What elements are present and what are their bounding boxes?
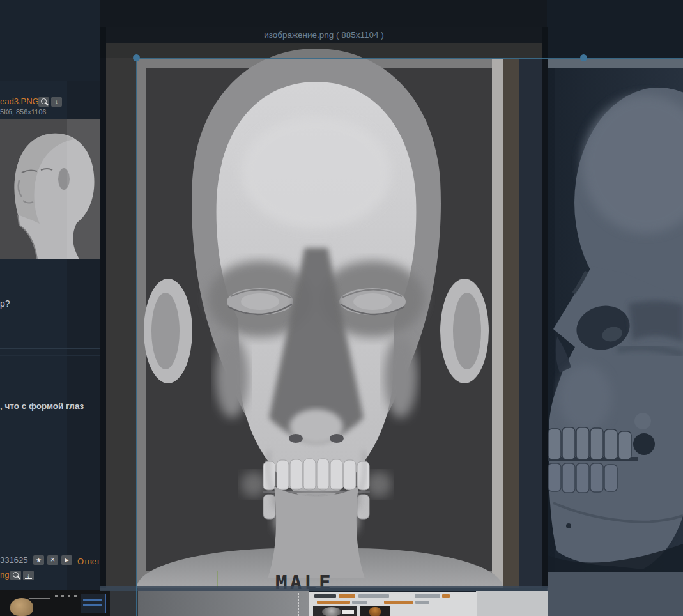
- post-divider: [0, 348, 102, 349]
- micro-sketch-figure: [322, 607, 341, 616]
- replies-link[interactable]: Ответ: [77, 557, 100, 566]
- second-poster-edge: [519, 59, 542, 588]
- modal-right-edge: [542, 27, 548, 588]
- micro-filelink-skeleton: [384, 601, 413, 604]
- toolbar-dot-icon: [68, 595, 70, 597]
- micro-filelink-skeleton: [317, 601, 350, 604]
- download-icon-tray: [53, 105, 60, 106]
- modal-left-edge: [100, 27, 106, 588]
- download-icon-tray: [25, 578, 32, 580]
- wall-stripe: [503, 59, 519, 588]
- toolbar-dot-icon: [61, 595, 64, 597]
- image-viewer-canvas[interactable]: [106, 43, 542, 588]
- favorite-post-button[interactable]: ★: [33, 555, 44, 565]
- selection-top-edge[interactable]: [136, 58, 683, 59]
- micro-filesize-skeleton: [415, 601, 429, 604]
- head-skull-overlay-image: [137, 45, 495, 578]
- skull-photo-top-margin: [547, 59, 683, 68]
- image-viewer-titlebar: изображение.png ( 885x1104 ): [106, 27, 542, 43]
- post-divider: [0, 81, 102, 81]
- toolbar-dot-icon: [74, 595, 77, 597]
- hide-post-button[interactable]: ×: [47, 555, 58, 565]
- guide-line: [217, 571, 218, 588]
- dimmed-page-top: [100, 0, 548, 27]
- reply-text-clip: , что с формой глаз: [0, 400, 103, 412]
- selection-corner-handle[interactable]: [133, 54, 140, 61]
- underlying-page-light-strip: [476, 591, 548, 616]
- micro-thumbnail-sketch[interactable]: [313, 606, 357, 616]
- sculpted-head-threequarter-image: [0, 119, 100, 259]
- previous-post-block: [0, 0, 102, 81]
- ui-text-skeleton: [29, 598, 50, 599]
- search-image-button[interactable]: [38, 97, 49, 107]
- micro-number-skeleton: [415, 594, 440, 598]
- play-icon: ▶: [61, 555, 72, 565]
- toolbar-dot-icon: [55, 595, 58, 597]
- micro-trip-skeleton: [339, 594, 355, 598]
- mini-head-render: [10, 598, 33, 616]
- micro-date-skeleton: [358, 594, 389, 598]
- expanded-skull-image[interactable]: [547, 68, 683, 572]
- thread-divider: [0, 355, 102, 356]
- post-thumbnail-app-screenshot[interactable]: [0, 590, 110, 616]
- marching-ants-selection-edge: [123, 592, 123, 616]
- guide-line: [289, 390, 289, 588]
- close-icon: ×: [47, 555, 58, 565]
- underlying-micro-post: [309, 592, 477, 616]
- modal-bottom-shadow-band: [100, 586, 548, 591]
- download-image-button-2[interactable]: ↓: [23, 571, 34, 580]
- mini-panel: [81, 594, 106, 613]
- post-thumbnail-head[interactable]: [0, 119, 100, 259]
- replies-link-clip: Ответ: [77, 555, 102, 567]
- expand-post-button[interactable]: ▶: [61, 555, 72, 565]
- selection-mid-handle[interactable]: [580, 54, 587, 61]
- micro-number-skeleton: [442, 594, 450, 598]
- page-background-strip: [67, 0, 102, 588]
- marching-ants-selection-edge: [298, 593, 299, 616]
- search-image-button-2[interactable]: [10, 571, 21, 580]
- micro-filesize-skeleton: [352, 601, 367, 604]
- micro-thumbnail-torso[interactable]: [360, 606, 390, 616]
- selection-left-edge[interactable]: [136, 58, 137, 616]
- attachment-filename-link-2[interactable]: ng: [0, 570, 9, 580]
- attachment-filename-link[interactable]: ead3.PNG: [0, 96, 39, 106]
- download-image-button[interactable]: ↓: [51, 97, 62, 107]
- screen: ead3.PNG ↓ 5Кб, 856x1106 р? , что с форм…: [0, 0, 683, 616]
- dimmed-page-right-bottom: [547, 572, 683, 616]
- micro-torso-figure: [369, 607, 381, 616]
- skull-profile-image: [547, 68, 683, 572]
- post-number-link[interactable]: 331625: [0, 555, 27, 565]
- star-icon: ★: [33, 555, 44, 565]
- search-icon: [13, 572, 19, 578]
- attachment-filesize: 5Кб, 856x1106: [0, 108, 46, 116]
- micro-name-skeleton: [314, 594, 336, 598]
- post-text-bold: , что с формой глаз: [0, 401, 84, 411]
- dimmed-page-right-top: [547, 0, 683, 59]
- search-icon: [41, 98, 47, 104]
- image-viewer-title: изображение.png ( 885x1104 ): [264, 30, 384, 40]
- micro-label-chip: [342, 610, 354, 614]
- post-text-question: р?: [0, 298, 10, 309]
